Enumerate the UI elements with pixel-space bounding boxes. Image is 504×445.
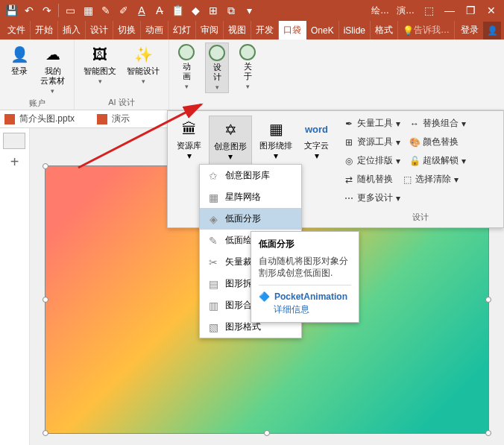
tab-view[interactable]: 视图 bbox=[224, 21, 251, 40]
slide-thumbnail[interactable] bbox=[3, 133, 25, 149]
tab-transition[interactable]: 切换 bbox=[113, 21, 141, 40]
menu-lowpoly[interactable]: ◈低面分形 bbox=[200, 208, 301, 230]
login-link[interactable]: 登录 bbox=[456, 24, 483, 37]
chevron-down-icon: ▾ bbox=[396, 193, 400, 203]
menu-star-grid[interactable]: ▦星阵网络 bbox=[200, 186, 301, 208]
unlock-icon: 🔓 bbox=[409, 156, 420, 166]
more-design-link[interactable]: ⋯更多设计▾ bbox=[341, 190, 403, 206]
group-icon[interactable]: ⧉ bbox=[223, 2, 239, 19]
smart-design-button[interactable]: ✨ 智能设计 ▾ bbox=[124, 42, 163, 86]
doc-filename[interactable]: 简介头图.pptx bbox=[19, 113, 75, 125]
eyedropper-icon[interactable]: ✐ bbox=[116, 2, 132, 19]
resource-label: 资源库 bbox=[177, 141, 201, 151]
tab-animation[interactable]: 动画 bbox=[141, 21, 168, 40]
resize-handle[interactable] bbox=[485, 430, 491, 436]
resize-handle[interactable] bbox=[42, 163, 48, 169]
tab-islide[interactable]: iSlide bbox=[339, 21, 371, 40]
thumbnail-column[interactable]: + bbox=[0, 128, 30, 445]
layout-icon[interactable]: ▦ bbox=[80, 2, 96, 19]
redo-icon[interactable]: ↷ bbox=[39, 2, 55, 19]
anim-button[interactable]: 动 画 ▾ bbox=[175, 42, 198, 92]
save-icon[interactable]: 💾 bbox=[3, 2, 19, 19]
tab-onek[interactable]: OneK bbox=[306, 21, 339, 40]
brush-icon[interactable]: ✎ bbox=[98, 2, 114, 19]
more-design-label: 更多设计 bbox=[357, 192, 393, 204]
hexstar-icon: ✡ bbox=[220, 119, 241, 140]
design-popup-right: ✒矢量工具▾ ↔替换组合▾ ⊞资源工具▾ 🎨颜色替换 ◎定位排版▾ 🔓超级解锁▾… bbox=[338, 111, 503, 210]
ribbon-options-icon[interactable]: ⬚ bbox=[419, 1, 438, 20]
chevron-down-icon: ▾ bbox=[454, 174, 459, 185]
tab-review[interactable]: 审阅 bbox=[196, 21, 224, 40]
more-qat-icon[interactable]: ▾ bbox=[241, 2, 257, 19]
smart-pic-button[interactable]: 🖼 智能图文 ▾ bbox=[81, 42, 119, 86]
about-button[interactable]: 关 于 ▾ bbox=[236, 42, 259, 92]
tab-format[interactable]: 格式 bbox=[371, 21, 398, 40]
login-button[interactable]: 👤 登录 bbox=[6, 42, 33, 78]
random-replace-link[interactable]: ⇄随机替换 bbox=[341, 171, 396, 187]
align-icon[interactable]: ⊞ bbox=[205, 2, 221, 19]
chevron-down-icon: ▾ bbox=[246, 83, 250, 90]
replace-combo-link[interactable]: ↔替换组合▾ bbox=[406, 116, 469, 131]
context-tab-label-1: 绘… bbox=[371, 4, 389, 17]
font-color-icon[interactable]: A bbox=[133, 2, 150, 19]
replace-combo-label: 替换组合 bbox=[423, 117, 459, 130]
library-icon: 🏛 bbox=[179, 119, 200, 139]
tab-pocket[interactable]: 口袋 bbox=[279, 21, 306, 40]
strike-icon[interactable]: A̶ bbox=[151, 2, 168, 19]
vector-tools-link[interactable]: ✒矢量工具▾ bbox=[341, 116, 403, 131]
about-label: 关 于 bbox=[244, 62, 252, 81]
design-label: 设 计 bbox=[213, 63, 221, 82]
color-replace-link[interactable]: 🎨颜色替换 bbox=[406, 134, 462, 150]
paste-icon[interactable]: 📋 bbox=[169, 2, 186, 19]
resize-handle[interactable] bbox=[42, 430, 48, 436]
super-unlock-link[interactable]: 🔓超级解锁▾ bbox=[406, 153, 469, 168]
locate-layout-label: 定位排版 bbox=[357, 154, 393, 167]
circle-icon bbox=[239, 44, 256, 60]
circle-icon bbox=[178, 44, 195, 60]
wordcloud-button[interactable]: word 文字云 ▾ bbox=[300, 116, 333, 223]
shape-icon[interactable]: ◆ bbox=[187, 2, 204, 19]
tooltip-more-link[interactable]: 详细信息 bbox=[274, 303, 351, 316]
cloud-label: 我的 云素材 bbox=[40, 66, 65, 86]
design-button[interactable]: 设 计 ▾ bbox=[205, 42, 229, 93]
restore-icon[interactable]: ❐ bbox=[461, 1, 480, 20]
resource-tools-link[interactable]: ⊞资源工具▾ bbox=[341, 134, 403, 150]
new-slide-icon[interactable]: ▭ bbox=[62, 2, 78, 19]
resize-handle[interactable] bbox=[42, 297, 48, 303]
add-slide-icon[interactable]: + bbox=[3, 154, 26, 171]
chevron-down-icon: ▾ bbox=[396, 156, 400, 166]
tooltip-link-label: PocketAnimation bbox=[274, 291, 347, 302]
circle-icon bbox=[209, 45, 225, 61]
cloud-assets-button[interactable]: ☁ 我的 云素材 ▾ bbox=[37, 42, 68, 96]
undo-icon[interactable]: ↶ bbox=[21, 2, 37, 19]
locate-layout-link[interactable]: ◎定位排版▾ bbox=[341, 153, 403, 168]
tab-design[interactable]: 设计 bbox=[86, 21, 113, 40]
tab-tellme[interactable]: 💡 告诉我… bbox=[398, 21, 455, 40]
user-icon: 👤 bbox=[9, 44, 30, 65]
tab-slideshow[interactable]: 幻灯 bbox=[168, 21, 196, 40]
minimize-icon[interactable]: — bbox=[440, 1, 459, 20]
vector-icon: ✒ bbox=[344, 119, 354, 129]
resource-tools-label: 资源工具 bbox=[357, 136, 393, 148]
creative-label: 创意图形 bbox=[214, 142, 247, 151]
select-clear-link[interactable]: ⬚选择清除▾ bbox=[399, 171, 462, 187]
tab-start[interactable]: 开始 bbox=[31, 21, 58, 40]
merge-icon: ▥ bbox=[207, 300, 219, 312]
chevron-down-icon: ▾ bbox=[142, 78, 145, 85]
resize-handle[interactable] bbox=[264, 430, 270, 436]
doc-pres[interactable]: 演示 bbox=[112, 113, 130, 125]
chevron-down-icon: ▾ bbox=[396, 137, 400, 148]
tab-dev[interactable]: 开发 bbox=[251, 21, 279, 40]
tab-file[interactable]: 文件 bbox=[3, 21, 31, 40]
menu-shape-library[interactable]: ✩创意图形库 bbox=[200, 165, 301, 186]
target-icon: ◎ bbox=[344, 156, 354, 166]
chevron-down-icon: ▾ bbox=[187, 151, 192, 161]
tab-insert[interactable]: 插入 bbox=[58, 21, 86, 40]
resize-handle[interactable] bbox=[485, 297, 491, 303]
tooltip-link[interactable]: 🔷PocketAnimation bbox=[259, 291, 351, 302]
user-avatar-icon[interactable]: 👤 bbox=[483, 22, 501, 40]
menu-label: 创意图形库 bbox=[225, 169, 270, 182]
chevron-down-icon: ▾ bbox=[185, 83, 189, 90]
chevron-down-icon: ▾ bbox=[462, 156, 466, 166]
close-icon[interactable]: ✕ bbox=[482, 1, 501, 20]
